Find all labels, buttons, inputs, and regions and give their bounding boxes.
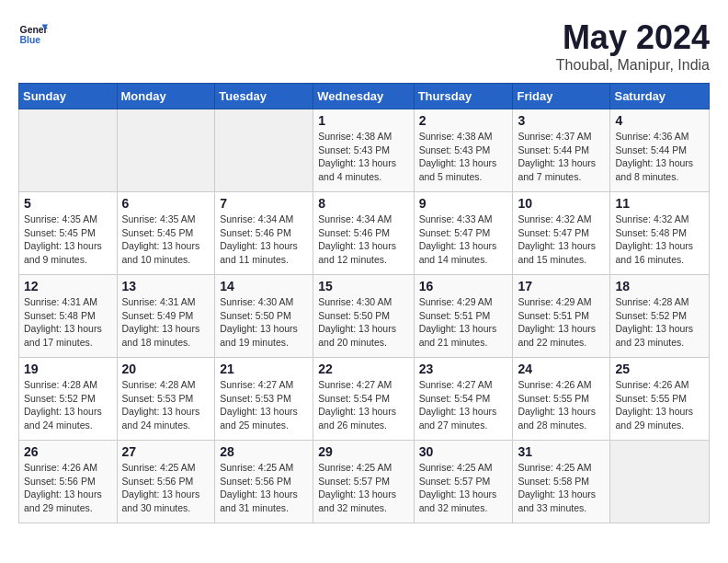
weekday-header-saturday: Saturday: [610, 84, 710, 109]
calendar-cell: [19, 109, 118, 192]
day-number: 19: [24, 362, 112, 376]
calendar-cell: 14Sunrise: 4:30 AM Sunset: 5:50 PM Dayli…: [215, 275, 313, 358]
day-number: 20: [122, 362, 210, 376]
calendar-cell: 16Sunrise: 4:29 AM Sunset: 5:51 PM Dayli…: [414, 275, 513, 358]
logo-icon: General Blue: [18, 18, 48, 48]
day-number: 22: [318, 362, 408, 376]
calendar-cell: [610, 441, 710, 523]
day-number: 12: [24, 279, 112, 293]
day-info: Sunrise: 4:25 AM Sunset: 5:57 PM Dayligh…: [318, 461, 408, 515]
day-info: Sunrise: 4:27 AM Sunset: 5:54 PM Dayligh…: [419, 378, 508, 432]
day-number: 15: [318, 279, 408, 293]
week-row-1: 1Sunrise: 4:38 AM Sunset: 5:43 PM Daylig…: [19, 109, 710, 192]
day-info: Sunrise: 4:34 AM Sunset: 5:46 PM Dayligh…: [220, 213, 308, 267]
day-info: Sunrise: 4:28 AM Sunset: 5:52 PM Dayligh…: [24, 378, 112, 432]
logo: General Blue: [18, 18, 48, 48]
day-info: Sunrise: 4:25 AM Sunset: 5:57 PM Dayligh…: [419, 461, 508, 515]
page-header: General Blue May 2024 Thoubal, Manipur, …: [18, 18, 710, 74]
day-number: 18: [615, 279, 704, 293]
weekday-row: SundayMondayTuesdayWednesdayThursdayFrid…: [19, 84, 710, 109]
day-number: 30: [419, 444, 508, 459]
day-info: Sunrise: 4:31 AM Sunset: 5:48 PM Dayligh…: [24, 295, 112, 350]
calendar-cell: 18Sunrise: 4:28 AM Sunset: 5:52 PM Dayli…: [610, 275, 710, 358]
weekday-header-friday: Friday: [513, 84, 610, 109]
calendar-cell: 1Sunrise: 4:38 AM Sunset: 5:43 PM Daylig…: [313, 109, 414, 192]
calendar-cell: 24Sunrise: 4:26 AM Sunset: 5:55 PM Dayli…: [513, 358, 610, 441]
calendar-cell: 27Sunrise: 4:25 AM Sunset: 5:56 PM Dayli…: [117, 441, 215, 523]
calendar-cell: [215, 109, 313, 192]
day-info: Sunrise: 4:25 AM Sunset: 5:56 PM Dayligh…: [220, 461, 308, 515]
calendar-cell: 31Sunrise: 4:25 AM Sunset: 5:58 PM Dayli…: [513, 441, 610, 523]
weekday-header-tuesday: Tuesday: [215, 84, 313, 109]
weekday-header-sunday: Sunday: [19, 84, 118, 109]
day-info: Sunrise: 4:25 AM Sunset: 5:58 PM Dayligh…: [518, 461, 605, 515]
day-number: 8: [318, 196, 408, 211]
week-row-4: 19Sunrise: 4:28 AM Sunset: 5:52 PM Dayli…: [19, 358, 710, 441]
day-number: 10: [518, 196, 605, 211]
calendar-cell: 4Sunrise: 4:36 AM Sunset: 5:44 PM Daylig…: [610, 109, 710, 192]
calendar-cell: 10Sunrise: 4:32 AM Sunset: 5:47 PM Dayli…: [513, 192, 610, 275]
day-number: 11: [615, 196, 704, 211]
calendar-cell: 28Sunrise: 4:25 AM Sunset: 5:56 PM Dayli…: [215, 441, 313, 523]
day-info: Sunrise: 4:26 AM Sunset: 5:55 PM Dayligh…: [518, 378, 605, 432]
calendar-body: 1Sunrise: 4:38 AM Sunset: 5:43 PM Daylig…: [19, 109, 710, 523]
day-number: 2: [419, 113, 508, 128]
day-number: 26: [24, 444, 112, 459]
calendar-cell: 19Sunrise: 4:28 AM Sunset: 5:52 PM Dayli…: [19, 358, 118, 441]
day-number: 7: [220, 196, 308, 211]
day-info: Sunrise: 4:27 AM Sunset: 5:53 PM Dayligh…: [220, 378, 308, 432]
day-info: Sunrise: 4:35 AM Sunset: 5:45 PM Dayligh…: [24, 213, 112, 267]
day-info: Sunrise: 4:38 AM Sunset: 5:43 PM Dayligh…: [419, 130, 508, 184]
day-number: 5: [24, 196, 112, 211]
week-row-3: 12Sunrise: 4:31 AM Sunset: 5:48 PM Dayli…: [19, 275, 710, 358]
day-number: 29: [318, 444, 408, 459]
calendar-cell: 15Sunrise: 4:30 AM Sunset: 5:50 PM Dayli…: [313, 275, 414, 358]
calendar-cell: 7Sunrise: 4:34 AM Sunset: 5:46 PM Daylig…: [215, 192, 313, 275]
calendar-cell: 22Sunrise: 4:27 AM Sunset: 5:54 PM Dayli…: [313, 358, 414, 441]
day-info: Sunrise: 4:34 AM Sunset: 5:46 PM Dayligh…: [318, 213, 408, 267]
day-number: 23: [419, 362, 508, 376]
day-number: 16: [419, 279, 508, 293]
day-info: Sunrise: 4:32 AM Sunset: 5:47 PM Dayligh…: [518, 213, 605, 267]
day-info: Sunrise: 4:33 AM Sunset: 5:47 PM Dayligh…: [419, 213, 508, 267]
day-number: 31: [518, 444, 605, 459]
calendar-cell: 17Sunrise: 4:29 AM Sunset: 5:51 PM Dayli…: [513, 275, 610, 358]
day-info: Sunrise: 4:27 AM Sunset: 5:54 PM Dayligh…: [318, 378, 408, 432]
day-number: 6: [122, 196, 210, 211]
weekday-header-thursday: Thursday: [414, 84, 513, 109]
calendar-cell: 13Sunrise: 4:31 AM Sunset: 5:49 PM Dayli…: [117, 275, 215, 358]
calendar-cell: 9Sunrise: 4:33 AM Sunset: 5:47 PM Daylig…: [414, 192, 513, 275]
weekday-header-wednesday: Wednesday: [313, 84, 414, 109]
calendar-table: SundayMondayTuesdayWednesdayThursdayFrid…: [18, 83, 710, 523]
week-row-2: 5Sunrise: 4:35 AM Sunset: 5:45 PM Daylig…: [19, 192, 710, 275]
day-info: Sunrise: 4:36 AM Sunset: 5:44 PM Dayligh…: [615, 130, 704, 184]
day-info: Sunrise: 4:29 AM Sunset: 5:51 PM Dayligh…: [419, 295, 508, 350]
calendar-cell: 6Sunrise: 4:35 AM Sunset: 5:45 PM Daylig…: [117, 192, 215, 275]
calendar-cell: 2Sunrise: 4:38 AM Sunset: 5:43 PM Daylig…: [414, 109, 513, 192]
svg-text:Blue: Blue: [20, 35, 41, 45]
calendar-cell: 3Sunrise: 4:37 AM Sunset: 5:44 PM Daylig…: [513, 109, 610, 192]
calendar-cell: 21Sunrise: 4:27 AM Sunset: 5:53 PM Dayli…: [215, 358, 313, 441]
day-number: 3: [518, 113, 605, 128]
week-row-5: 26Sunrise: 4:26 AM Sunset: 5:56 PM Dayli…: [19, 441, 710, 523]
weekday-header-monday: Monday: [117, 84, 215, 109]
day-number: 14: [220, 279, 308, 293]
calendar-cell: 25Sunrise: 4:26 AM Sunset: 5:55 PM Dayli…: [610, 358, 710, 441]
calendar-cell: [117, 109, 215, 192]
day-info: Sunrise: 4:26 AM Sunset: 5:56 PM Dayligh…: [24, 461, 112, 515]
day-info: Sunrise: 4:32 AM Sunset: 5:48 PM Dayligh…: [615, 213, 704, 267]
month-year-title: May 2024: [556, 18, 710, 57]
day-number: 25: [615, 362, 704, 376]
calendar-header: SundayMondayTuesdayWednesdayThursdayFrid…: [19, 84, 710, 109]
day-info: Sunrise: 4:28 AM Sunset: 5:53 PM Dayligh…: [122, 378, 210, 432]
title-block: May 2024 Thoubal, Manipur, India: [556, 18, 710, 74]
day-number: 27: [122, 444, 210, 459]
day-info: Sunrise: 4:25 AM Sunset: 5:56 PM Dayligh…: [122, 461, 210, 515]
day-info: Sunrise: 4:29 AM Sunset: 5:51 PM Dayligh…: [518, 295, 605, 350]
day-number: 24: [518, 362, 605, 376]
location-subtitle: Thoubal, Manipur, India: [556, 57, 710, 74]
calendar-cell: 12Sunrise: 4:31 AM Sunset: 5:48 PM Dayli…: [19, 275, 118, 358]
calendar-cell: 30Sunrise: 4:25 AM Sunset: 5:57 PM Dayli…: [414, 441, 513, 523]
day-number: 13: [122, 279, 210, 293]
day-info: Sunrise: 4:30 AM Sunset: 5:50 PM Dayligh…: [220, 295, 308, 350]
